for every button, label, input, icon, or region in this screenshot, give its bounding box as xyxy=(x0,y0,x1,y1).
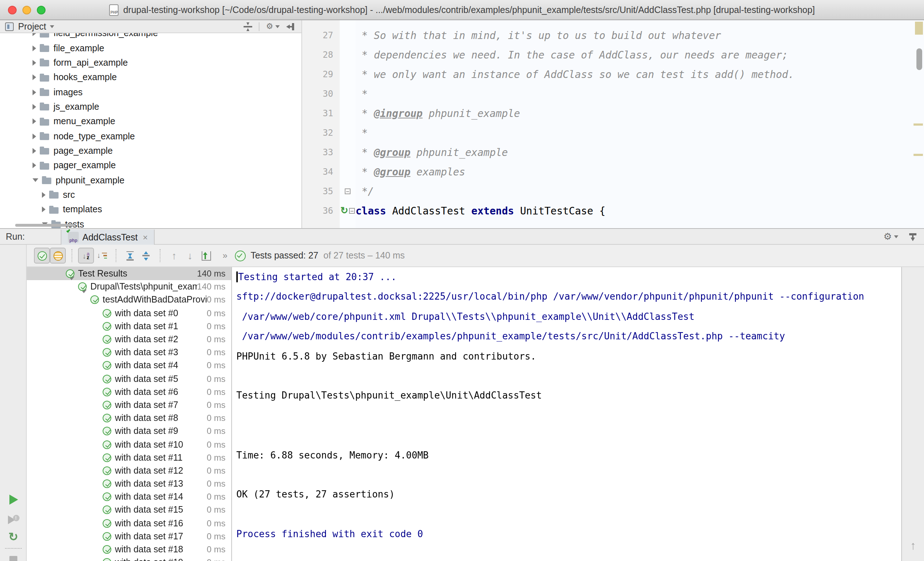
project-tree-item-phpunit_example[interactable]: phpunit_example xyxy=(0,173,302,188)
project-tree-item-images[interactable]: images xyxy=(0,85,302,100)
project-tree-item-node_type_example[interactable]: node_type_example xyxy=(0,129,302,144)
test-tree-row[interactable]: with data set #130 ms xyxy=(27,477,231,490)
rerun-failed-tests-button[interactable]: ! xyxy=(0,515,27,525)
test-tree-row[interactable]: with data set #60 ms xyxy=(27,385,231,398)
zoom-window-button[interactable] xyxy=(37,6,45,15)
test-tree-row[interactable]: with data set #120 ms xyxy=(27,464,231,477)
project-tree-item-form_api_example[interactable]: form_api_example xyxy=(0,55,302,70)
editor-line-35[interactable]: 35 */ xyxy=(302,181,924,201)
error-stripe-marker[interactable] xyxy=(915,22,923,34)
editor-line-28[interactable]: 28 * dependencies we need. In the case o… xyxy=(302,45,924,64)
next-failed-test-button[interactable]: ↓ xyxy=(182,248,198,263)
titlebar[interactable]: PHP drupal-testing-workshop [~/Code/os/d… xyxy=(0,0,924,20)
test-tree-row[interactable]: with data set #140 ms xyxy=(27,490,231,503)
sort-alphabetically-button[interactable]: ↓az xyxy=(78,248,94,263)
project-tree-item-src[interactable]: src xyxy=(0,188,302,202)
test-tree-row[interactable]: with data set #20 ms xyxy=(27,333,231,346)
chevron-right-icon[interactable] xyxy=(33,118,36,124)
editor-line-34[interactable]: 34 * @group examples xyxy=(302,162,924,181)
test-tree-row[interactable]: testAddWithBadDataProvide0 ms xyxy=(27,293,231,307)
chevron-right-icon[interactable] xyxy=(33,74,36,80)
expand-all-button[interactable] xyxy=(122,248,138,263)
test-tree-row[interactable]: with data set #70 ms xyxy=(27,399,231,411)
run-test-gutter-icon[interactable]: ↻ xyxy=(340,206,348,215)
editor-lines[interactable]: 2627 * So with that in mind, it's up to … xyxy=(302,20,924,220)
test-results-tree[interactable]: Test Results140 msDrupal\Tests\phpunit_e… xyxy=(27,267,231,561)
run-tab-addclasstest[interactable]: php AddClassTest × xyxy=(61,230,155,245)
hide-panel-icon[interactable] xyxy=(286,22,295,31)
editor-line-27[interactable]: 27 * So with that in mind, it's up to us… xyxy=(302,25,924,45)
test-tree-row[interactable]: with data set #170 ms xyxy=(27,530,231,543)
editor-line-31[interactable]: 31 * @ingroup phpunit_example xyxy=(302,103,924,123)
test-tree-row[interactable]: with data set #90 ms xyxy=(27,425,231,438)
project-panel-title[interactable]: Project xyxy=(18,21,46,31)
warning-stripe-marker[interactable] xyxy=(914,123,923,126)
hide-run-panel-icon[interactable] xyxy=(909,232,917,241)
chevron-right-icon[interactable] xyxy=(33,148,36,154)
project-settings-button[interactable]: ⚙ xyxy=(266,22,280,30)
test-tree-row[interactable]: with data set #160 ms xyxy=(27,517,231,530)
show-ignored-toggle[interactable] xyxy=(50,248,66,263)
chevron-right-icon[interactable] xyxy=(42,207,45,212)
chevron-down-icon[interactable] xyxy=(69,277,75,293)
test-tree-row[interactable]: with data set #150 ms xyxy=(27,504,231,517)
project-tree-item-page_example[interactable]: page_example xyxy=(0,144,302,159)
editor-line-26[interactable]: 26 xyxy=(302,20,924,25)
editor-line-29[interactable]: 29 * we only want an instance of AddClas… xyxy=(302,64,924,84)
chevron-right-icon[interactable] xyxy=(33,163,36,169)
close-window-button[interactable] xyxy=(8,6,16,15)
chevron-right-icon[interactable] xyxy=(33,104,36,110)
project-tree-item-js_example[interactable]: js_example xyxy=(0,99,302,114)
scroll-from-source-icon[interactable] xyxy=(243,22,252,31)
chevron-right-icon[interactable] xyxy=(33,89,36,95)
sort-by-duration-button[interactable]: ↓ xyxy=(94,248,110,263)
run-settings-button[interactable]: ⚙ xyxy=(884,232,898,241)
test-tree-row[interactable]: with data set #180 ms xyxy=(27,543,231,556)
project-tree-item-templates[interactable]: templates xyxy=(0,202,302,217)
fold-marker-icon[interactable] xyxy=(349,208,355,213)
fold-marker-icon[interactable] xyxy=(345,188,351,194)
project-tree[interactable]: field_permission_examplefile_exampleform… xyxy=(0,26,302,228)
collapse-all-button[interactable] xyxy=(138,248,154,263)
test-tree-row[interactable]: with data set #190 ms xyxy=(27,556,231,561)
project-hscrollbar-thumb[interactable] xyxy=(15,224,75,227)
chevron-right-icon[interactable] xyxy=(33,45,36,51)
test-tree-row[interactable]: Drupal\Tests\phpunit_examp140 ms xyxy=(27,280,231,293)
chevron-down-icon[interactable] xyxy=(81,290,87,306)
project-tree-item-file_example[interactable]: file_example xyxy=(0,41,302,55)
test-tree-row[interactable]: with data set #80 ms xyxy=(27,411,231,425)
scroll-up-button[interactable]: ↑ xyxy=(902,540,924,552)
rerun-tests-button[interactable] xyxy=(0,495,27,505)
console-output[interactable]: Testing started at 20:37 ...sftp://docke… xyxy=(231,267,901,561)
chevron-down-icon[interactable] xyxy=(33,178,38,182)
editor-line-36[interactable]: 36↻class AddClassTest extends UnitTestCa… xyxy=(302,201,924,220)
show-passed-toggle[interactable] xyxy=(34,248,50,263)
warning-stripe-marker[interactable] xyxy=(914,154,923,156)
test-tree-row[interactable]: with data set #110 ms xyxy=(27,451,231,464)
test-tree-row[interactable]: with data set #40 ms xyxy=(27,359,231,372)
close-tab-icon[interactable]: × xyxy=(143,232,148,242)
editor-scrollbar-thumb[interactable] xyxy=(916,48,922,70)
chevron-right-icon[interactable] xyxy=(33,60,36,66)
toolbar-overflow-chevron[interactable]: » xyxy=(223,251,227,261)
import-test-results-button[interactable] xyxy=(198,248,214,263)
stop-button[interactable] xyxy=(0,556,27,561)
editor-line-33[interactable]: 33 * @group phpunit_example xyxy=(302,142,924,162)
test-tree-row[interactable]: with data set #10 ms xyxy=(27,320,231,333)
test-tree-row[interactable]: with data set #100 ms xyxy=(27,438,231,451)
test-tree-row[interactable]: with data set #30 ms xyxy=(27,346,231,359)
project-tree-item-menu_example[interactable]: menu_example xyxy=(0,114,302,129)
chevron-right-icon[interactable] xyxy=(33,133,36,139)
test-tree-row[interactable]: Test Results140 ms xyxy=(27,267,231,280)
test-tree-row[interactable]: with data set #00 ms xyxy=(27,307,231,320)
chevron-right-icon[interactable] xyxy=(42,192,45,198)
chevron-down-icon[interactable] xyxy=(50,25,54,28)
test-tree-row[interactable]: with data set #50 ms xyxy=(27,372,231,385)
project-tree-item-hooks_example[interactable]: hooks_example xyxy=(0,70,302,85)
previous-failed-test-button[interactable]: ↑ xyxy=(166,248,182,263)
editor-line-30[interactable]: 30 * xyxy=(302,84,924,103)
toggle-auto-test-button[interactable]: ↻ xyxy=(0,531,27,543)
minimize-window-button[interactable] xyxy=(22,6,31,15)
project-tree-item-pager_example[interactable]: pager_example xyxy=(0,158,302,173)
chevron-down-icon[interactable] xyxy=(56,267,62,280)
